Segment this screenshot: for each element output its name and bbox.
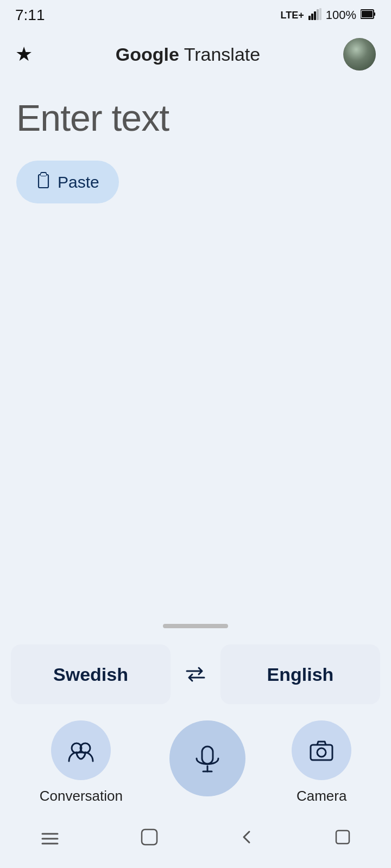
battery-percentage: 100% xyxy=(326,8,356,22)
nav-menu-icon[interactable] xyxy=(40,828,60,851)
paste-label: Paste xyxy=(58,173,99,192)
mic-circle[interactable] xyxy=(169,720,245,796)
nav-home-icon[interactable] xyxy=(140,827,159,852)
main-content[interactable]: Enter text Paste xyxy=(0,80,391,644)
svg-rect-4 xyxy=(319,8,321,20)
app-bar: ★ Google Translate xyxy=(0,28,391,80)
app-title: Google Translate xyxy=(116,44,260,65)
status-bar: 7:11 LTE+ 100% xyxy=(0,0,391,28)
favorites-icon[interactable]: ★ xyxy=(15,43,33,66)
status-icons: LTE+ 100% xyxy=(281,8,376,23)
battery-icon xyxy=(361,9,376,22)
nav-back-icon[interactable] xyxy=(239,827,255,852)
enter-text-placeholder[interactable]: Enter text xyxy=(16,97,375,139)
drag-handle xyxy=(163,624,228,628)
camera-label: Camera xyxy=(297,788,346,805)
svg-rect-0 xyxy=(308,16,311,20)
nav-recents-icon[interactable] xyxy=(335,827,351,852)
paste-button[interactable]: Paste xyxy=(16,161,119,203)
svg-rect-8 xyxy=(39,175,48,188)
nav-bar xyxy=(0,815,391,868)
signal-icon xyxy=(308,8,321,23)
drag-handle-container xyxy=(16,613,375,644)
language-row: Swedish English xyxy=(11,644,380,704)
svg-rect-1 xyxy=(311,14,313,20)
svg-rect-6 xyxy=(374,12,375,16)
clipboard-icon xyxy=(36,171,51,193)
target-language-button[interactable]: English xyxy=(220,644,380,704)
svg-rect-16 xyxy=(311,745,332,760)
mic-action[interactable] xyxy=(169,720,245,796)
source-language-button[interactable]: Swedish xyxy=(11,644,171,704)
camera-circle[interactable] xyxy=(292,720,351,780)
svg-rect-7 xyxy=(362,11,373,17)
lte-icon: LTE+ xyxy=(281,10,304,21)
status-time: 7:11 xyxy=(15,7,45,24)
svg-rect-22 xyxy=(336,831,349,844)
svg-rect-3 xyxy=(317,9,319,20)
conversation-circle[interactable] xyxy=(51,720,111,780)
conversation-label: Conversation xyxy=(40,788,123,805)
camera-action[interactable]: Camera xyxy=(292,720,351,805)
svg-rect-13 xyxy=(202,746,213,764)
svg-rect-21 xyxy=(142,829,157,845)
svg-rect-2 xyxy=(314,11,316,20)
avatar[interactable] xyxy=(343,38,376,71)
bottom-panel: Swedish English Convers xyxy=(0,644,391,868)
source-language-label: Swedish xyxy=(53,664,128,685)
swap-languages-button[interactable] xyxy=(177,660,214,688)
svg-point-17 xyxy=(317,748,326,757)
svg-rect-10 xyxy=(41,174,46,176)
actions-row: Conversation Camera xyxy=(0,715,391,815)
target-language-label: English xyxy=(267,664,334,685)
conversation-action[interactable]: Conversation xyxy=(40,720,123,805)
